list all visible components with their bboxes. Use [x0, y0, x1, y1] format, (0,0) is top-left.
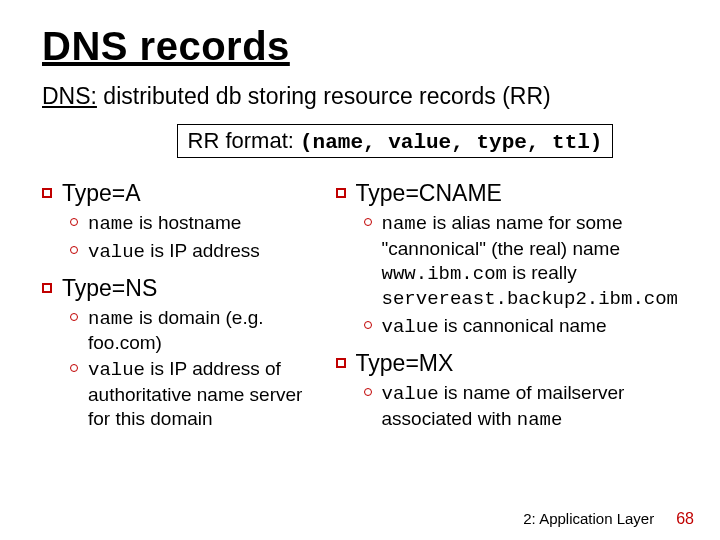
code-host-1: www.ibm.com: [382, 263, 507, 285]
circle-bullet-icon: [70, 246, 78, 254]
subtitle-underlined: DNS:: [42, 83, 97, 109]
type-ns-line-2-text: value is IP address of authoritative nam…: [88, 357, 326, 430]
footer: 2: Application Layer 68: [523, 510, 694, 528]
type-a-heading-text: Type=A: [62, 180, 141, 207]
type-ns-line-1: name is domain (e.g. foo.com): [70, 306, 326, 356]
type-cname-heading-text: Type=CNAME: [356, 180, 502, 207]
circle-bullet-icon: [70, 313, 78, 321]
code-host-2: servereast.backup2.ibm.com: [382, 288, 678, 310]
type-ns-line-1-text: name is domain (e.g. foo.com): [88, 306, 326, 356]
slide: DNS records DNS: distributed db storing …: [0, 0, 720, 540]
type-mx-heading: Type=MX: [336, 350, 678, 377]
code-name: name: [88, 213, 134, 235]
content-columns: Type=A name is hostname value is IP addr…: [42, 178, 678, 434]
code-name: name: [88, 308, 134, 330]
type-a-line-1-text: name is hostname: [88, 211, 241, 237]
rr-format-box: RR format: (name, value, type, ttl): [177, 124, 614, 158]
circle-bullet-icon: [70, 364, 78, 372]
footer-page-number: 68: [676, 510, 694, 528]
code-value: value: [88, 241, 145, 263]
square-bullet-icon: [42, 283, 52, 293]
rr-format-label: RR format:: [188, 128, 300, 153]
footer-chapter: 2: Application Layer: [523, 510, 654, 527]
type-ns-line-2: value is IP address of authoritative nam…: [70, 357, 326, 430]
type-a-heading: Type=A: [42, 180, 326, 207]
rr-format-row: RR format: (name, value, type, ttl): [112, 124, 678, 158]
type-mx-line-1-text: value is name of mailserver associated w…: [382, 381, 678, 433]
type-ns-heading-text: Type=NS: [62, 275, 157, 302]
type-cname-line-1-text: name is alias name for some "cannonical"…: [382, 211, 678, 312]
right-column: Type=CNAME name is alias name for some "…: [336, 178, 678, 434]
circle-bullet-icon: [364, 388, 372, 396]
square-bullet-icon: [336, 358, 346, 368]
subtitle-rest: distributed db storing resource records …: [97, 83, 551, 109]
code-name: name: [382, 213, 428, 235]
type-ns-heading: Type=NS: [42, 275, 326, 302]
type-mx-line-1: value is name of mailserver associated w…: [364, 381, 678, 433]
square-bullet-icon: [42, 188, 52, 198]
circle-bullet-icon: [70, 218, 78, 226]
type-a-line-2-text: value is IP address: [88, 239, 260, 265]
circle-bullet-icon: [364, 218, 372, 226]
type-cname-heading: Type=CNAME: [336, 180, 678, 207]
square-bullet-icon: [336, 188, 346, 198]
code-name: name: [517, 409, 563, 431]
code-value: value: [382, 316, 439, 338]
code-value: value: [88, 359, 145, 381]
code-value: value: [382, 383, 439, 405]
type-a-line-1: name is hostname: [70, 211, 326, 237]
type-cname-line-2: value is cannonical name: [364, 314, 678, 340]
circle-bullet-icon: [364, 321, 372, 329]
type-cname-line-1: name is alias name for some "cannonical"…: [364, 211, 678, 312]
rr-format-tuple: (name, value, type, ttl): [300, 131, 602, 154]
type-a-line-2: value is IP address: [70, 239, 326, 265]
type-mx-heading-text: Type=MX: [356, 350, 454, 377]
slide-title: DNS records: [42, 24, 678, 69]
left-column: Type=A name is hostname value is IP addr…: [42, 178, 326, 434]
slide-subtitle: DNS: distributed db storing resource rec…: [42, 83, 678, 110]
type-cname-line-2-text: value is cannonical name: [382, 314, 607, 340]
